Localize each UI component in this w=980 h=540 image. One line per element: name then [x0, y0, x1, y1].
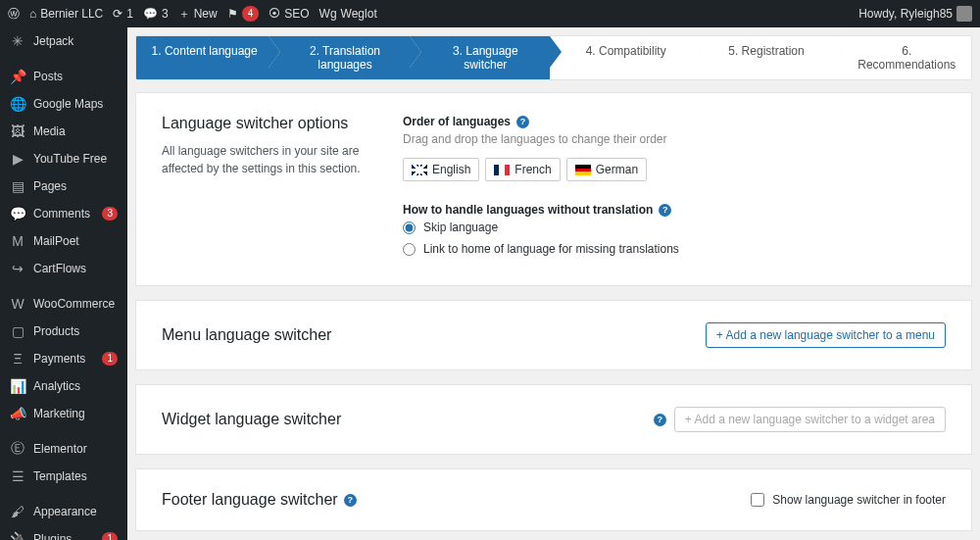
- setup-steps: 1. Content language2. Translation langua…: [135, 35, 972, 80]
- step-1[interactable]: 1. Content language: [136, 36, 269, 79]
- add-menu-switcher-button[interactable]: + Add a new language switcher to a menu: [706, 322, 946, 348]
- menu-icon: ▤: [10, 178, 25, 194]
- sidebar-item-posts[interactable]: 📌Posts: [0, 63, 127, 90]
- menu-label: Pages: [33, 179, 118, 193]
- menu-label: Marketing: [33, 407, 118, 420]
- sidebar-item-appearance[interactable]: 🖌Appearance: [0, 498, 127, 525]
- menu-icon: 💬: [10, 206, 25, 221]
- panel-title: Widget language switcher: [162, 411, 341, 428]
- menu-icon: 📣: [10, 406, 25, 421]
- language-chip-french[interactable]: French: [485, 158, 560, 181]
- menu-label: Payments: [33, 352, 94, 366]
- help-icon[interactable]: ?: [516, 116, 529, 128]
- account-menu[interactable]: Howdy, Ryleigh85: [858, 6, 972, 22]
- radio-input-skip[interactable]: [403, 221, 416, 234]
- wp-logo[interactable]: ⓦ: [8, 6, 20, 23]
- menu-icon: 🌐: [10, 96, 25, 112]
- menu-label: CartFlows: [33, 262, 118, 275]
- admin-bar: ⓦ ⌂Bernier LLC ⟳1 💬3 ＋New ⚑4 ⦿SEO WgWegl…: [0, 0, 980, 27]
- sidebar-item-products[interactable]: ▢Products: [0, 318, 127, 345]
- footer-checkbox[interactable]: [751, 493, 764, 507]
- panel-footer-switcher: Footer language switcher ? Show language…: [135, 468, 972, 531]
- menu-count-badge: 1: [102, 352, 118, 366]
- greeting: Howdy, Ryleigh85: [858, 7, 953, 21]
- help-icon[interactable]: ?: [344, 494, 357, 507]
- menu-label: Posts: [33, 70, 118, 83]
- sidebar-item-media[interactable]: 🖼Media: [0, 118, 127, 145]
- notifications-item[interactable]: ⚑4: [227, 6, 260, 22]
- sidebar-item-marketing[interactable]: 📣Marketing: [0, 400, 127, 427]
- admin-sidebar: ✳Jetpack📌Posts🌐Google Maps🖼Media▶YouTube…: [0, 27, 127, 540]
- menu-icon: ↪: [10, 261, 25, 276]
- step-4[interactable]: 4. Compatibility: [550, 36, 690, 79]
- step-2[interactable]: 2. Translation languages: [269, 36, 409, 79]
- weglot-icon: Wg: [319, 7, 337, 21]
- weglot-item[interactable]: WgWeglot: [319, 7, 377, 21]
- panel-title-text: Footer language switcher: [162, 491, 338, 509]
- sidebar-item-payments[interactable]: ΞPayments1: [0, 345, 127, 372]
- sidebar-item-youtube-free[interactable]: ▶YouTube Free: [0, 145, 127, 172]
- menu-icon: 🖼: [10, 123, 25, 139]
- sidebar-item-google-maps[interactable]: 🌐Google Maps: [0, 90, 127, 118]
- panel-widget-switcher: Widget language switcher ? + Add a new l…: [135, 384, 972, 455]
- comments-item[interactable]: 💬3: [143, 7, 169, 21]
- chip-label: English: [432, 163, 470, 176]
- site-home[interactable]: ⌂Bernier LLC: [29, 7, 103, 21]
- help-icon[interactable]: ?: [654, 414, 666, 426]
- menu-icon: 📊: [10, 378, 25, 394]
- handle-label: How to handle languages without translat…: [403, 203, 653, 217]
- sidebar-item-mailpoet[interactable]: MMailPoet: [0, 227, 127, 255]
- sidebar-item-comments[interactable]: 💬Comments3: [0, 200, 127, 227]
- new-item[interactable]: ＋New: [178, 6, 218, 23]
- step-5[interactable]: 5. Registration: [690, 36, 830, 79]
- menu-label: Products: [33, 324, 118, 338]
- menu-icon: 🖌: [10, 504, 25, 519]
- sidebar-item-analytics[interactable]: 📊Analytics: [0, 372, 127, 400]
- radio-link-home[interactable]: Link to home of language for missing tra…: [403, 242, 946, 256]
- order-sub: Drag and drop the languages to change th…: [403, 132, 946, 146]
- menu-icon: W: [10, 296, 25, 312]
- menu-label: Comments: [33, 207, 94, 221]
- seo-item[interactable]: ⦿SEO: [269, 7, 309, 21]
- language-chip-english[interactable]: English: [403, 158, 479, 181]
- menu-label: Plugins: [33, 532, 94, 540]
- radio-input-link[interactable]: [403, 243, 416, 256]
- menu-count-badge: 1: [102, 532, 118, 540]
- menu-icon: ▶: [10, 151, 25, 167]
- sidebar-item-templates[interactable]: ☰Templates: [0, 463, 127, 490]
- menu-label: MailPoet: [33, 234, 118, 248]
- sidebar-item-elementor[interactable]: ⒺElementor: [0, 435, 127, 463]
- help-icon[interactable]: ?: [659, 204, 671, 217]
- menu-icon: M: [10, 233, 25, 249]
- language-chip-german[interactable]: German: [566, 158, 647, 181]
- panel-title: Footer language switcher ?: [162, 491, 357, 509]
- chip-label: French: [514, 163, 551, 176]
- order-label: Order of languages: [403, 115, 511, 128]
- sidebar-item-plugins[interactable]: 🔌Plugins1: [0, 525, 127, 540]
- content-area: 1. Content language2. Translation langua…: [127, 27, 980, 540]
- notify-badge: 4: [242, 6, 260, 22]
- sidebar-item-pages[interactable]: ▤Pages: [0, 172, 127, 200]
- radio-skip-language[interactable]: Skip language: [403, 221, 946, 234]
- panel-title: Language switcher options: [162, 115, 368, 132]
- menu-label: Templates: [33, 469, 118, 483]
- menu-icon: Ⓔ: [10, 441, 25, 457]
- home-icon: ⌂: [29, 7, 36, 21]
- step-3[interactable]: 3. Language switcher: [410, 36, 550, 79]
- menu-label: Appearance: [33, 505, 118, 518]
- refresh-icon: ⟳: [113, 7, 122, 21]
- add-widget-switcher-button[interactable]: + Add a new language switcher to a widge…: [674, 407, 946, 432]
- step-6[interactable]: 6. Recommendations: [831, 36, 971, 79]
- weglot-label: Weglot: [341, 7, 377, 21]
- flag-icon: ⚑: [227, 7, 238, 21]
- footer-checkbox-row[interactable]: Show language switcher in footer: [751, 493, 946, 507]
- new-label: New: [194, 7, 218, 21]
- sidebar-item-cartflows[interactable]: ↪CartFlows: [0, 255, 127, 282]
- menu-label: Analytics: [33, 379, 118, 393]
- sidebar-item-woocommerce[interactable]: WWooCommerce: [0, 290, 127, 318]
- plus-icon: ＋: [178, 6, 190, 23]
- sidebar-item-jetpack[interactable]: ✳Jetpack: [0, 27, 127, 55]
- radio-link-label: Link to home of language for missing tra…: [423, 242, 679, 256]
- refresh-item[interactable]: ⟳1: [113, 7, 133, 21]
- comments-count: 3: [162, 7, 169, 21]
